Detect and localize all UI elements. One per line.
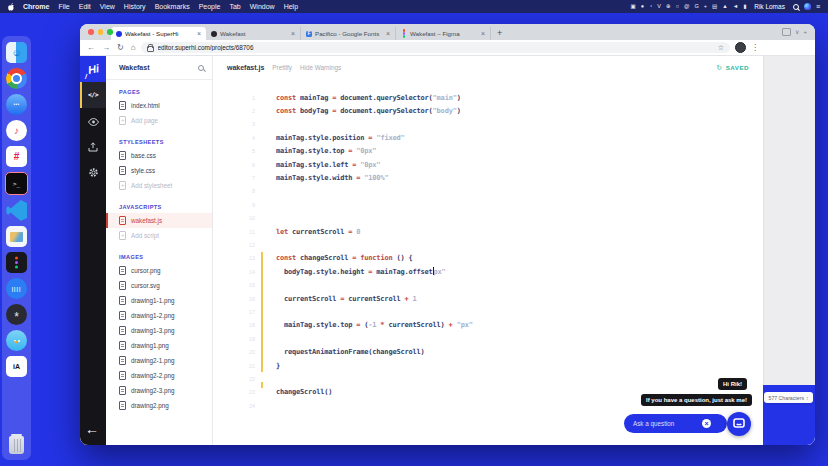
code-line-8[interactable]: 8 <box>213 185 763 198</box>
file-cursor.svg[interactable]: cursor.svg <box>119 278 212 293</box>
menu-history[interactable]: History <box>124 3 146 10</box>
back-icon[interactable]: ← <box>87 44 95 52</box>
menu-window[interactable]: Window <box>250 3 275 10</box>
code-block[interactable]: 1const mainTag = document.querySelector(… <box>213 91 763 412</box>
tab-superhi[interactable]: Wakefast - SuperHi× <box>111 27 206 40</box>
prettify-button[interactable]: Prettify <box>272 64 292 71</box>
code-line-12[interactable]: 12 <box>213 238 763 251</box>
new-tab-button[interactable]: + <box>491 28 508 38</box>
vpn-icon[interactable]: V <box>657 4 661 10</box>
file-drawing2-2.png[interactable]: drawing2-2.png <box>119 368 212 383</box>
battery-icon[interactable]: ▮ <box>743 4 746 10</box>
volume-icon[interactable]: ◄ <box>733 4 738 10</box>
code-line-19[interactable]: 19 <box>213 332 763 345</box>
forward-icon[interactable]: → <box>102 44 110 52</box>
figma-dock-icon[interactable] <box>6 252 27 273</box>
mention-icon[interactable]: @ <box>684 4 690 10</box>
menu-tab[interactable]: Tab <box>229 3 240 10</box>
file-wakefast.js[interactable]: wakefast.js <box>106 213 212 228</box>
code-line-6[interactable]: 6mainTag.style.left = "0px" <box>213 158 763 171</box>
finder-dock-icon[interactable] <box>6 42 27 63</box>
code-line-15[interactable]: 15 <box>213 278 763 291</box>
tab-close-icon[interactable]: × <box>197 30 201 37</box>
google-account-icon[interactable]: G <box>695 4 699 10</box>
tab-close-icon[interactable]: × <box>291 30 295 37</box>
code-line-14[interactable]: 14bodyTag.style.height = mainTag.offsetp… <box>213 265 763 278</box>
chat-input[interactable]: Ask a question × <box>624 414 727 433</box>
trash-dock-icon[interactable] <box>9 436 24 454</box>
sidebar-item-preview[interactable] <box>80 108 106 134</box>
preview-dock-icon[interactable] <box>6 226 27 247</box>
tab-overview-icon[interactable] <box>782 28 791 36</box>
screen-mirroring-icon[interactable]: ▣ <box>630 4 635 10</box>
minimize-window-button[interactable] <box>98 29 104 35</box>
code-line-16[interactable]: 16currentScroll = currentScroll + 1 <box>213 292 763 305</box>
code-line-4[interactable]: 4mainTag.style.position = "fixed" <box>213 131 763 144</box>
file-drawing1-2.png[interactable]: drawing1-2.png <box>119 308 212 323</box>
apple-menu-icon[interactable] <box>8 3 15 11</box>
time-machine-icon[interactable]: ◔ <box>649 4 652 10</box>
tab-site[interactable]: Wakefast× <box>206 27 301 40</box>
spotlight-search-icon[interactable] <box>793 4 799 10</box>
notification-center-icon[interactable]: ≡ <box>816 3 820 10</box>
menu-view[interactable]: View <box>100 3 115 10</box>
add-item-button[interactable]: Add page <box>119 113 212 128</box>
code-line-22[interactable]: 22 <box>213 372 763 385</box>
tab-fonts[interactable]: Pacifico - Google Fonts× <box>301 27 396 40</box>
hide-warnings-button[interactable]: Hide Warnings <box>300 64 341 71</box>
file-drawing2-3.png[interactable]: drawing2-3.png <box>119 383 212 398</box>
code-line-7[interactable]: 7mainTag.style.width = "100%" <box>213 171 763 184</box>
display-icon[interactable]: ▤ <box>712 4 717 10</box>
code-line-20[interactable]: 20requestAnimationFrame(changeScroll) <box>213 345 763 358</box>
browser-menu-icon[interactable]: ⋮ <box>751 43 759 52</box>
fullscreen-window-button[interactable] <box>107 29 113 35</box>
code-line-11[interactable]: 11let currentScroll = 0 <box>213 225 763 238</box>
messages-dock-icon[interactable] <box>6 94 27 115</box>
tab-add-icon[interactable]: + <box>803 29 807 35</box>
settings-icon[interactable]: ⊕ <box>666 4 671 10</box>
chat-close-icon[interactable]: × <box>702 419 711 428</box>
vscode-dock-icon[interactable] <box>6 200 27 221</box>
code-line-10[interactable]: 10 <box>213 212 763 225</box>
wifi-icon[interactable]: ▲ <box>722 4 727 10</box>
back-arrow-icon[interactable]: ← <box>85 421 99 437</box>
code-line-13[interactable]: 13const changeScroll = function () { <box>213 252 763 265</box>
menu-bookmarks[interactable]: Bookmarks <box>155 3 190 10</box>
code-line-21[interactable]: 21} <box>213 359 763 372</box>
code-line-9[interactable]: 9 <box>213 198 763 211</box>
file-search-icon[interactable] <box>198 65 204 71</box>
status-ring-icon[interactable]: ○ <box>676 4 679 10</box>
code-line-3[interactable]: 3 <box>213 118 763 131</box>
profile-avatar[interactable] <box>735 42 746 53</box>
file-base.css[interactable]: base.css <box>119 148 212 163</box>
chat-launcher-button[interactable] <box>727 412 751 436</box>
address-bar[interactable]: editor.superhi.com/projects/68706 ☆ <box>141 42 730 53</box>
sidebar-item-code[interactable]: </> <box>80 82 106 108</box>
chrome-dock-icon[interactable] <box>6 68 27 89</box>
menu-bar-username[interactable]: Rik Lomas <box>754 3 785 10</box>
code-line-5[interactable]: 5mainTag.style.top = "0px" <box>213 145 763 158</box>
file-drawing1-3.png[interactable]: drawing1-3.png <box>119 323 212 338</box>
tab-close-icon[interactable]: × <box>386 30 390 37</box>
music-dock-icon[interactable] <box>6 120 27 141</box>
code-line-18[interactable]: 18mainTag.style.top = (-1 * currentScrol… <box>213 319 763 332</box>
file-drawing1-1.png[interactable]: drawing1-1.png <box>119 293 212 308</box>
code-line-17[interactable]: 17 <box>213 305 763 318</box>
file-drawing2-1.png[interactable]: drawing2-1.png <box>119 353 212 368</box>
menu-people[interactable]: People <box>199 3 221 10</box>
menu-file[interactable]: File <box>58 3 69 10</box>
add-status-icon[interactable]: + <box>704 4 707 10</box>
menu-edit[interactable]: Edit <box>79 3 91 10</box>
menu-chrome[interactable]: Chrome <box>23 3 49 10</box>
home-icon[interactable]: ⌂ <box>131 44 136 52</box>
add-item-button[interactable]: Add stylesheet <box>119 178 212 193</box>
tab-close-icon[interactable]: × <box>481 30 485 37</box>
file-drawing2.png[interactable]: drawing2.png <box>119 398 212 413</box>
file-index.html[interactable]: index.html <box>119 98 212 113</box>
reload-icon[interactable]: ↻ <box>117 44 124 52</box>
close-window-button[interactable] <box>88 29 94 35</box>
superhi-logo[interactable]: Hi / <box>80 56 106 82</box>
file-drawing1.png[interactable]: drawing1.png <box>119 338 212 353</box>
slack-dock-icon[interactable] <box>6 146 27 167</box>
code-line-2[interactable]: 2const bodyTag = document.querySelector(… <box>213 104 763 117</box>
